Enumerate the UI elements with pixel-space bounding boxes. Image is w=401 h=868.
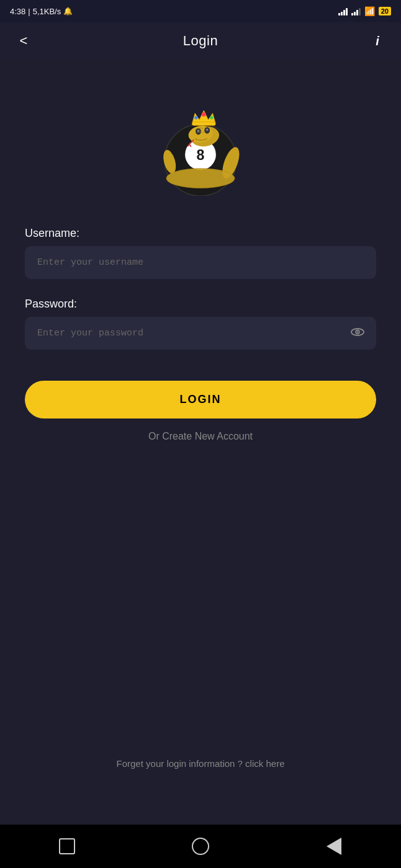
password-input[interactable] <box>25 317 376 350</box>
square-icon <box>59 838 75 854</box>
status-network: | <box>28 7 30 16</box>
password-label: Password: <box>25 298 376 311</box>
app-logo: 8 <box>145 97 256 196</box>
mute-icon: 🔔 <box>63 7 73 16</box>
username-label: Username: <box>25 227 376 240</box>
status-time: 4:38 <box>10 7 25 16</box>
bottom-home-button[interactable] <box>189 835 212 857</box>
password-wrapper <box>25 317 376 350</box>
password-group: Password: <box>25 298 376 350</box>
login-button[interactable]: LOGIN <box>25 381 376 418</box>
main-content: 8 <box>0 60 401 825</box>
signal-bars-1 <box>338 7 348 16</box>
forget-password-link[interactable]: Forget your login information ? click he… <box>0 758 401 769</box>
status-left: 4:38 | 5,1KB/s 🔔 <box>10 7 73 16</box>
bottom-square-button[interactable] <box>56 835 78 857</box>
signal-bars-2 <box>351 7 361 16</box>
svg-point-20 <box>357 331 358 332</box>
top-nav: < Login i <box>0 22 401 60</box>
svg-text:8: 8 <box>197 147 205 163</box>
login-form: Username: Password: LOGIN Or Crea <box>25 227 376 454</box>
circle-icon <box>192 838 209 855</box>
svg-point-16 <box>210 116 213 119</box>
username-group: Username: <box>25 227 376 279</box>
status-right: 📶 20 <box>338 6 391 16</box>
toggle-password-icon[interactable] <box>350 324 365 342</box>
svg-point-12 <box>206 129 209 131</box>
page-title: Login <box>183 33 218 49</box>
svg-point-14 <box>202 112 206 117</box>
status-bar: 4:38 | 5,1KB/s 🔔 📶 20 <box>0 0 401 22</box>
battery-indicator: 20 <box>379 7 391 16</box>
svg-point-15 <box>194 116 197 119</box>
create-account-link[interactable]: Or Create New Account <box>25 431 376 442</box>
triangle-icon <box>327 838 341 855</box>
bottom-back-button[interactable] <box>323 835 345 857</box>
svg-rect-17 <box>192 122 215 125</box>
wifi-icon: 📶 <box>364 6 375 16</box>
logo-area: 8 <box>145 97 256 196</box>
back-button[interactable]: < <box>12 33 35 49</box>
username-input[interactable] <box>25 246 376 279</box>
info-button[interactable]: i <box>366 34 389 48</box>
bottom-nav <box>0 825 401 868</box>
status-speed: 5,1KB/s <box>33 7 61 16</box>
